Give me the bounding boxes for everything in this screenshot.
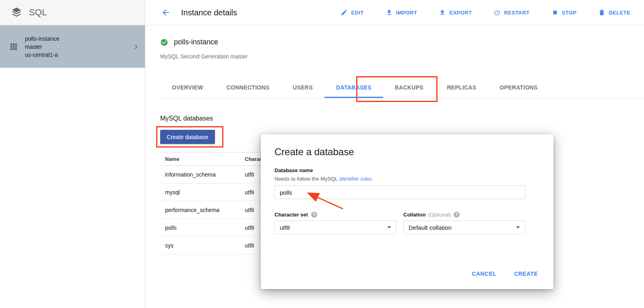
export-button[interactable]: EXPORT [439, 9, 472, 16]
dialog-footer: CANCEL CREATE [470, 270, 539, 278]
collation-help-icon[interactable]: ? [454, 212, 460, 218]
charset-select[interactable]: utf8 [275, 221, 396, 234]
chevron-right-icon[interactable] [131, 42, 141, 52]
help-text-suffix: . [372, 176, 374, 182]
collation-label: Collation [403, 212, 426, 218]
product-header: SQL [0, 0, 145, 25]
tab-replicas[interactable]: REPLICAS [435, 77, 488, 98]
restart-button[interactable]: RESTART [493, 9, 529, 16]
collation-optional-label: (Optional) [428, 212, 451, 218]
create-database-dialog: Create a database Database name Needs to… [261, 134, 553, 289]
create-database-button[interactable]: Create database [160, 130, 215, 144]
instance-title: polls-instance [174, 38, 218, 46]
section-heading: MySQL databases [160, 115, 213, 122]
sidebar: polls-instance master us-central1-a [0, 25, 145, 308]
create-button[interactable]: CREATE [512, 270, 539, 278]
import-icon [386, 9, 393, 16]
cancel-button[interactable]: CANCEL [470, 270, 498, 278]
instance-zone: us-central1-a [25, 52, 58, 58]
cloud-sql-logo-icon [10, 6, 23, 19]
import-button-label: IMPORT [396, 10, 417, 16]
stop-button-label: STOP [562, 10, 577, 16]
collation-select[interactable]: Default collation [403, 221, 525, 234]
trash-icon [598, 9, 605, 16]
instance-header: polls-instance [160, 38, 218, 46]
restart-button-label: RESTART [504, 10, 529, 16]
back-arrow-icon[interactable] [161, 8, 171, 17]
delete-button-label: DELETE [609, 10, 630, 16]
edit-button-label: EDIT [351, 10, 363, 16]
instance-name: polls-instance [25, 35, 60, 42]
chevron-down-icon [387, 226, 391, 229]
delete-button[interactable]: DELETE [598, 9, 630, 16]
charset-label: Character set [275, 212, 308, 218]
export-button-label: EXPORT [449, 10, 472, 16]
database-name-input[interactable] [275, 185, 525, 199]
tab-users[interactable]: USERS [281, 77, 324, 98]
topbar: Instance details EDIT IMPORT EXPORT REST… [146, 0, 644, 25]
column-header-name: Name [160, 152, 240, 166]
edit-button[interactable]: EDIT [341, 9, 363, 16]
collation-label-row: Collation (Optional) ? [403, 212, 460, 218]
chevron-down-icon [516, 226, 520, 229]
tab-operations[interactable]: OPERATIONS [488, 77, 549, 98]
product-name: SQL [29, 7, 47, 18]
pencil-icon [341, 9, 348, 16]
db-name: performance_schema [160, 201, 240, 219]
stop-button[interactable]: STOP [551, 9, 577, 16]
instance-subtitle: MySQL Second Generation master [160, 53, 248, 60]
tab-databases[interactable]: DATABASES [324, 77, 383, 98]
charset-selected-value: utf8 [280, 224, 290, 231]
database-name-label: Database name [275, 167, 313, 173]
db-name: sys [160, 237, 240, 254]
tab-overview[interactable]: OVERVIEW [160, 77, 215, 98]
charset-help-icon[interactable]: ? [311, 212, 317, 218]
status-check-icon [160, 38, 168, 46]
import-button[interactable]: IMPORT [386, 9, 417, 16]
identifier-rules-link[interactable]: identifier rules [339, 176, 372, 182]
db-name: mysql [160, 183, 240, 201]
help-text-prefix: Needs to follow the MySQL [275, 176, 339, 182]
collation-selected-value: Default collation [409, 224, 452, 231]
page-title: Instance details [181, 8, 237, 17]
sidebar-item-polls-instance[interactable]: polls-instance master us-central1-a [0, 25, 145, 68]
database-name-help: Needs to follow the MySQL identifier rul… [275, 176, 373, 182]
tab-backups[interactable]: BACKUPS [383, 77, 435, 98]
tab-bar: OVERVIEW CONNECTIONS USERS DATABASES BAC… [160, 77, 644, 98]
tab-connections[interactable]: CONNECTIONS [215, 77, 281, 98]
topbar-actions: EDIT IMPORT EXPORT RESTART STOP DELETE [341, 9, 630, 16]
instance-summary: polls-instance master us-central1-a [25, 35, 125, 59]
power-icon [493, 9, 501, 16]
db-name: information_schema [160, 166, 240, 183]
db-name: polls [160, 219, 240, 237]
stop-icon [551, 9, 559, 16]
export-icon [439, 9, 446, 16]
instance-role: master [25, 44, 42, 50]
charset-label-row: Character set ? [275, 212, 317, 218]
instance-grid-icon [9, 42, 19, 52]
dialog-title: Create a database [275, 146, 354, 158]
